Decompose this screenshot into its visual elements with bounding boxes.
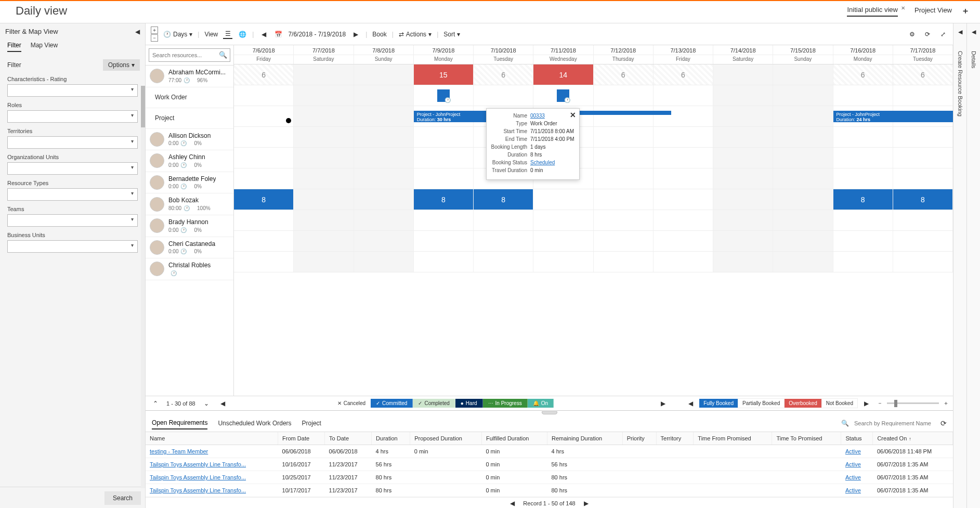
timeline-cell[interactable] [773,85,833,106]
timeline-cell[interactable] [594,85,654,106]
resource-row[interactable]: Christal Robles 🕐 [146,258,233,280]
booked-next-icon[interactable]: ▶ [861,400,872,407]
timeline-cell[interactable] [654,231,713,251]
list-view-icon[interactable]: ☰ [223,30,232,39]
req-status-link[interactable]: Active [845,474,861,480]
timeline-cell[interactable] [713,189,773,210]
tooltip-link[interactable]: 00333 [530,113,545,119]
close-view-icon[interactable]: ✕ [901,5,905,11]
filter-select[interactable] [7,162,138,175]
timeline-cell[interactable] [474,231,533,251]
req-header[interactable]: To Date [325,432,372,445]
timeline-cell[interactable] [533,189,593,210]
sort-button[interactable]: Sort ▾ [443,31,460,38]
resource-row[interactable]: Bernadette Foley0:00 🕐 0% [146,172,233,194]
timeline-cell[interactable] [893,168,953,189]
timeline-cell[interactable] [234,106,294,126]
req-next-icon[interactable]: ▶ [581,500,592,507]
timeline-cell[interactable] [414,85,474,106]
timeline-cell[interactable]: 6 [654,64,713,85]
timeline-cell[interactable] [354,189,414,210]
timeline-cell[interactable] [893,210,953,230]
req-header[interactable]: Territory [656,432,694,445]
timeline-cell[interactable] [713,148,773,168]
timeline-cell[interactable] [594,252,654,272]
details-panel[interactable]: Details [971,51,977,69]
timeline-cell[interactable] [654,85,713,106]
prev-range-icon[interactable]: ◀ [259,30,268,39]
tooltip-close-icon[interactable]: ✕ [570,111,576,119]
timeline-cell[interactable] [654,168,713,189]
tab-open-requirements[interactable]: Open Requirements [152,417,207,429]
resource-row[interactable]: Ashley Chinn0:00 🕐 0% [146,150,233,172]
timeline-cell[interactable] [713,85,773,106]
timeline-cell[interactable] [594,168,654,189]
timeline-cell[interactable] [533,231,593,251]
booked-prev-icon[interactable]: ◀ [685,400,696,407]
timeline-cell[interactable] [833,148,893,168]
timeline-cell[interactable] [713,64,773,85]
expand-all-icon[interactable]: ＋ [151,27,158,34]
req-header[interactable]: Duration [372,432,410,445]
timeline-cell[interactable] [294,252,354,272]
details-panel-expand-icon[interactable]: ◀ [972,29,976,35]
view-initial-public[interactable]: Initial public view [847,6,898,17]
timescale-days[interactable]: 🕐 Days ▾ [163,31,192,38]
timeline-cell[interactable]: 8 [833,189,893,210]
timeline-cell[interactable]: 14 [533,64,593,85]
filter-select[interactable] [7,110,138,123]
timeline-cell[interactable] [533,252,593,272]
timeline-cell[interactable]: 15 [414,64,474,85]
timeline-cell[interactable] [773,106,833,126]
req-header[interactable]: Proposed Duration [410,432,482,445]
timeline-cell[interactable] [833,231,893,251]
create-resource-booking-panel[interactable]: Create Resource Booking [957,51,963,116]
timeline-cell[interactable] [654,189,713,210]
req-row[interactable]: testing - Team Member06/06/201806/06/201… [146,445,953,458]
timeline-cell[interactable] [713,231,773,251]
req-row[interactable]: Tailspin Toys Assembly Line Transfo...10… [146,484,953,497]
timeline-cell[interactable] [354,64,414,85]
timeline-cell[interactable] [294,210,354,230]
filter-select[interactable] [7,188,138,201]
resource-sub-row[interactable]: Project [146,108,233,129]
req-header[interactable]: Name [146,432,278,445]
timeline-cell[interactable] [354,252,414,272]
timeline-cell[interactable] [234,127,294,147]
timeline-cell[interactable] [833,210,893,230]
next-range-icon[interactable]: ▶ [351,30,360,39]
timeline-cell[interactable] [414,168,474,189]
search-icon[interactable]: 🔍 [219,51,227,59]
timeline-cell[interactable] [773,64,833,85]
booking-block[interactable] [437,89,450,102]
timeline-cell[interactable] [354,168,414,189]
panel-resize-handle[interactable] [146,411,953,415]
filter-select[interactable] [7,240,138,253]
timeline-cell[interactable] [773,189,833,210]
req-name-link[interactable]: testing - Team Member [150,448,208,454]
req-header[interactable]: Status [841,432,873,445]
req-header[interactable]: Time To Promised [772,432,841,445]
timeline-cell[interactable] [713,106,773,126]
tooltip-link[interactable]: Scheduled [530,160,555,165]
resource-next-icon[interactable]: ⌄ [201,400,212,407]
booking-block[interactable] [557,89,569,102]
timeline-cell[interactable] [654,252,713,272]
timeline-cell[interactable] [414,148,474,168]
project-booking[interactable]: Project - JohnProjectDuration: 24 hrs [833,111,953,122]
req-header[interactable]: Time From Promised [694,432,772,445]
req-header[interactable]: Created On↑ [873,432,953,445]
timeline-cell[interactable] [414,127,474,147]
timeline-cell[interactable] [893,148,953,168]
timeline-cell[interactable] [234,252,294,272]
settings-icon[interactable]: ⚙ [907,30,917,39]
timeline-cell[interactable] [294,168,354,189]
timeline-cell[interactable] [654,127,713,147]
timeline-cell[interactable]: 6 [474,64,533,85]
timeline-cell[interactable] [833,168,893,189]
timeline-cell[interactable] [773,148,833,168]
timeline-cell[interactable] [354,127,414,147]
resource-row[interactable]: Bob Kozak80:00 🕐 100% [146,193,233,215]
sidebar-collapse-icon[interactable]: ◀ [135,28,140,35]
zoom-in-icon[interactable]: ＋ [943,399,949,407]
